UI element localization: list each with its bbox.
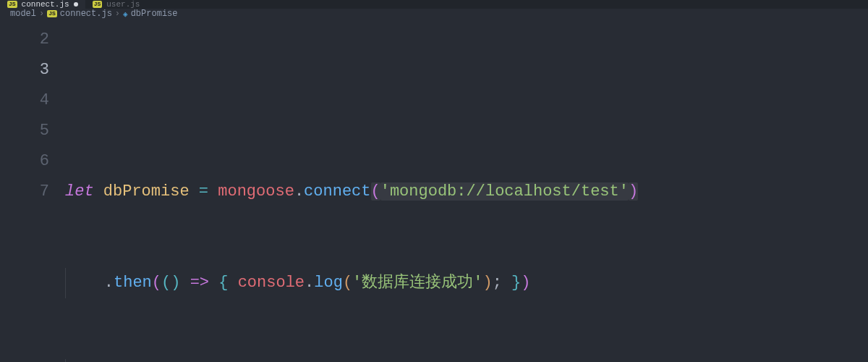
js-icon: JS [93,1,103,8]
code-line: .then(() => { console.log('数据库连接成功'); }) [65,268,868,298]
tab-user-js[interactable]: JS user.js [85,0,148,9]
editor-tab-bar: JS connect.js JS user.js [0,0,868,9]
line-number-gutter: 2 3 4 5 6 7 [0,25,65,362]
line-number: 3 [0,55,49,85]
dirty-dot-icon [74,2,78,7]
line-number: 4 [0,85,49,116]
code-content[interactable]: let dbPromise = mongoose.connect('mongod… [65,25,868,362]
tab-label: connect.js [22,0,69,9]
chevron-right-icon: › [115,9,120,19]
code-line [65,85,868,116]
code-line: .catch((err) => { console.log(err); }); [65,359,868,362]
line-number: 6 [0,146,49,177]
tab-label: user.js [106,0,140,9]
code-line: let dbPromise = mongoose.connect('mongod… [65,177,868,207]
line-number: 2 [0,25,49,55]
breadcrumb[interactable]: model › JS connect.js › ◈ dbPromise [0,9,868,19]
code-editor[interactable]: 2 3 4 5 6 7 let dbPromise = mongoose.con… [0,19,868,362]
js-icon: JS [47,10,57,17]
symbol-variable-icon: ◈ [123,9,128,19]
breadcrumb-file: connect.js [60,9,112,19]
chevron-right-icon: › [39,9,44,19]
tab-connect-js[interactable]: JS connect.js [0,0,85,9]
line-number: 5 [0,116,49,146]
js-icon: JS [7,1,17,8]
breadcrumb-folder: model [10,9,36,19]
breadcrumb-symbol: dbPromise [131,9,178,19]
line-number: 7 [0,177,49,207]
